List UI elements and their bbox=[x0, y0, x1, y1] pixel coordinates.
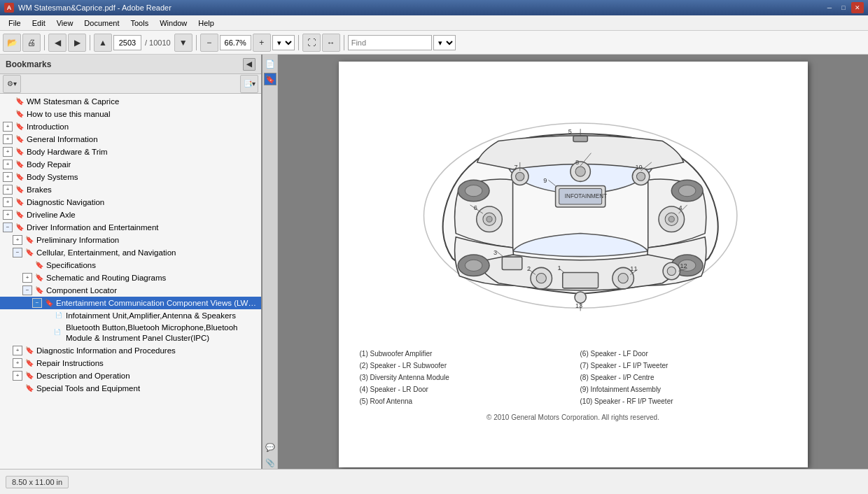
panel-comment-icon[interactable]: 💬 bbox=[264, 441, 276, 453]
zoom-dropdown[interactable]: ▾ bbox=[272, 35, 295, 50]
menu-window[interactable]: Window bbox=[154, 17, 192, 29]
tree-item-drivaxle[interactable]: + 🔖 Driveline Axle bbox=[0, 209, 261, 221]
title-bar: A WM Statesman&Caprice.pdf - Adobe Reade… bbox=[0, 0, 868, 15]
zoom-input[interactable] bbox=[220, 35, 251, 50]
bookmark-icon: 🔖 bbox=[24, 346, 34, 355]
bookmark-icon: 🔖 bbox=[24, 359, 34, 367]
app-icon: A bbox=[4, 3, 14, 13]
svg-text:5: 5 bbox=[568, 128, 571, 135]
maximize-button[interactable]: □ bbox=[837, 2, 850, 13]
tree-item-cellular[interactable]: − 🔖 Cellular, Entertainment, and Navigat… bbox=[0, 246, 261, 259]
panel-bookmark-icon[interactable]: 🔖 bbox=[264, 73, 276, 85]
pdf-area: 7 10 8 5 bbox=[278, 55, 868, 469]
tree-item-intro[interactable]: + 🔖 Introduction bbox=[0, 120, 261, 133]
expand-cellular-button[interactable]: − bbox=[13, 248, 22, 257]
expand-descop-button[interactable]: + bbox=[13, 371, 22, 381]
tree-item-prelim[interactable]: + 🔖 Preliminary Information bbox=[0, 234, 261, 246]
separator-3 bbox=[196, 35, 197, 50]
toolbar-zoom-out-button[interactable]: − bbox=[200, 34, 218, 52]
expand-bodyrep-button[interactable]: + bbox=[3, 160, 13, 169]
bookmark-icon: 🔖 bbox=[34, 286, 44, 295]
expand-repairinstr-button[interactable]: + bbox=[13, 358, 22, 368]
menu-tools[interactable]: Tools bbox=[125, 17, 155, 29]
status-bar: 8.50 x 11.00 in bbox=[0, 469, 868, 494]
caption-5: (5) Roof Antenna bbox=[360, 396, 566, 407]
expand-bodyhw-button[interactable]: + bbox=[3, 147, 13, 157]
toolbar-forward-button[interactable]: ▶ bbox=[68, 34, 86, 52]
tree-item-complocator[interactable]: − 🔖 Component Locator bbox=[0, 284, 261, 297]
close-button[interactable]: ✕ bbox=[851, 2, 864, 13]
tree-item-driver[interactable]: − 🔖 Driver Information and Entertainment bbox=[0, 221, 261, 234]
toolbar-prev-page-button[interactable]: ▲ bbox=[94, 34, 112, 52]
expand-diagnav-button[interactable]: + bbox=[3, 197, 13, 207]
tree-item-specialtools[interactable]: 🔖 Special Tools and Equipment bbox=[0, 382, 261, 395]
toolbar-zoom-in-button[interactable]: + bbox=[253, 34, 271, 52]
window-title: WM Statesman&Caprice.pdf - Adobe Reader bbox=[18, 3, 172, 12]
expand-brakes-button[interactable]: + bbox=[3, 185, 13, 195]
toolbar-fit-page-button[interactable]: ⛶ bbox=[302, 34, 321, 52]
tree-item-bodysys[interactable]: + 🔖 Body Systems bbox=[0, 171, 261, 183]
tree-item-entcomm[interactable]: − 🔖 Entertainment Communication Componen… bbox=[0, 297, 261, 309]
find-input[interactable] bbox=[348, 35, 432, 50]
svg-point-43 bbox=[536, 274, 546, 283]
sidebar-header-controls[interactable]: ◀ bbox=[243, 58, 255, 71]
caption-9: (9) Infotainment Assembly bbox=[580, 384, 787, 395]
caption-1: (1) Subwoofer Amplifier bbox=[360, 348, 566, 359]
find-dropdown[interactable]: ▾ bbox=[433, 35, 456, 50]
minimize-button[interactable]: ─ bbox=[823, 2, 836, 13]
toolbar-next-page-button[interactable]: ▼ bbox=[174, 34, 192, 52]
sidebar-close-button[interactable]: ◀ bbox=[243, 58, 255, 71]
bookmark-icon-small: 📄 bbox=[54, 311, 64, 320]
tree-item-specs[interactable]: 🔖 Specifications bbox=[0, 259, 261, 271]
expand-complocator-button[interactable]: − bbox=[22, 285, 32, 295]
expand-prelim-button[interactable]: + bbox=[13, 235, 22, 245]
menu-view[interactable]: View bbox=[51, 17, 79, 29]
tree-item-diaginfo[interactable]: + 🔖 Diagnostic Information and Procedure… bbox=[0, 344, 261, 357]
toolbar: 📂 🖨 ◀ ▶ ▲ / 10010 ▼ − + ▾ ⛶ ↔ ▾ bbox=[0, 31, 868, 55]
bookmark-icon: 🔖 bbox=[15, 135, 24, 143]
bookmark-icon: 🔖 bbox=[15, 198, 24, 206]
bookmark-tree[interactable]: 🔖 WM Statesman & Caprice 🔖 How to use th… bbox=[0, 94, 261, 469]
sidebar-new-bookmark-button[interactable]: 📑▾ bbox=[240, 75, 258, 93]
svg-point-26 bbox=[486, 216, 491, 222]
expand-intro-button[interactable]: + bbox=[3, 122, 13, 132]
expand-drivaxle-button[interactable]: + bbox=[3, 210, 13, 220]
caption-3: (3) Diversity Antenna Module bbox=[360, 372, 566, 383]
tree-item-bluetooth[interactable]: 📄 Bluetooth Button,Bluetooh Microphone,B… bbox=[0, 322, 261, 344]
toolbar-fit-width-button[interactable]: ↔ bbox=[322, 34, 340, 52]
tree-item-repairinstr[interactable]: + 🔖 Repair Instructions bbox=[0, 357, 261, 369]
menu-help[interactable]: Help bbox=[192, 17, 220, 29]
panel-page-icon[interactable]: 📄 bbox=[264, 57, 276, 70]
page-number-input[interactable] bbox=[113, 35, 141, 50]
expand-bodysys-button[interactable]: + bbox=[3, 172, 13, 182]
caption-6: (6) Speaker - LF Door bbox=[580, 348, 787, 359]
expand-driver-button[interactable]: − bbox=[3, 223, 13, 232]
expand-schematic-button[interactable]: + bbox=[22, 273, 32, 283]
tree-item-diagnav[interactable]: + 🔖 Diagnostic Navigation bbox=[0, 196, 261, 209]
tree-item-bodyhw[interactable]: + 🔖 Body Hardware & Trim bbox=[0, 146, 261, 158]
expand-diaginfo-button[interactable]: + bbox=[13, 346, 22, 355]
toolbar-open-button[interactable]: 📂 bbox=[3, 34, 21, 52]
tree-item-descop[interactable]: + 🔖 Description and Operation bbox=[0, 369, 261, 382]
tree-item-gen[interactable]: + 🔖 General Information bbox=[0, 133, 261, 146]
panel-attach-icon[interactable]: 📎 bbox=[264, 456, 276, 469]
bookmark-icon: 🔖 bbox=[24, 236, 34, 244]
menu-file[interactable]: File bbox=[3, 17, 27, 29]
tree-item-brakes[interactable]: + 🔖 Brakes bbox=[0, 183, 261, 196]
sidebar-options-button[interactable]: ⚙▾ bbox=[3, 75, 21, 93]
separator-1 bbox=[44, 35, 45, 50]
tree-item-bodyrep[interactable]: + 🔖 Body Repair bbox=[0, 158, 261, 171]
menu-document[interactable]: Document bbox=[78, 17, 125, 29]
tree-item-wm[interactable]: 🔖 WM Statesman & Caprice bbox=[0, 95, 261, 108]
toolbar-print-button[interactable]: 🖨 bbox=[22, 34, 41, 52]
tree-item-infotainment1[interactable]: 📄 Infotainment Unit,Amplifier,Antenna & … bbox=[0, 309, 261, 322]
expand-gen-button[interactable]: + bbox=[3, 134, 13, 144]
toolbar-back-button[interactable]: ◀ bbox=[48, 34, 66, 52]
tree-item-how[interactable]: 🔖 How to use this manual bbox=[0, 108, 261, 120]
expand-entcomm-button[interactable]: − bbox=[32, 298, 42, 308]
window-controls[interactable]: ─ □ ✕ bbox=[823, 2, 864, 13]
menu-edit[interactable]: Edit bbox=[27, 17, 51, 29]
separator-4 bbox=[298, 35, 299, 50]
title-bar-left: A WM Statesman&Caprice.pdf - Adobe Reade… bbox=[4, 3, 172, 13]
tree-item-schematic[interactable]: + 🔖 Schematic and Routing Diagrams bbox=[0, 271, 261, 284]
